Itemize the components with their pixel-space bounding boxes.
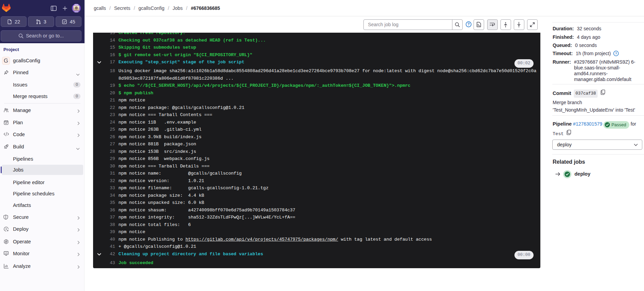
svg-text:?: ? [467,22,469,26]
svg-text:?: ? [615,52,617,55]
